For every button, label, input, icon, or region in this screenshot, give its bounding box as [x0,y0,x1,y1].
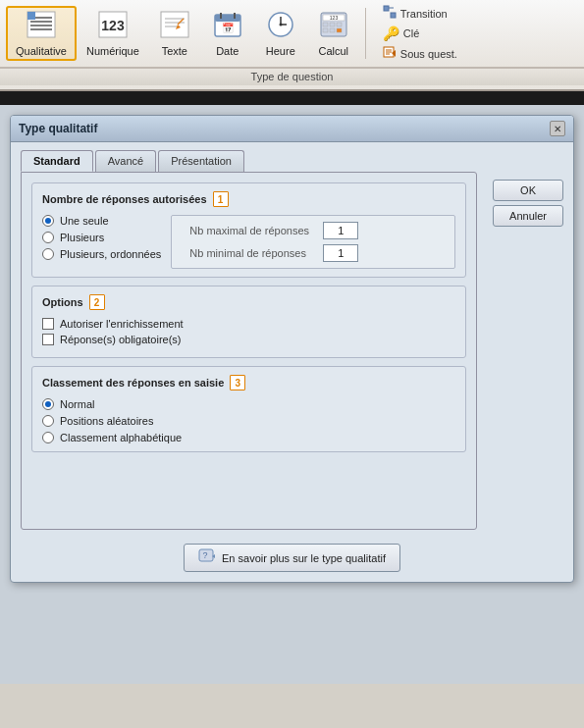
svg-rect-29 [323,28,328,32]
tab-avance[interactable]: Avancé [95,150,157,172]
tab-presentation[interactable]: Présentation [158,150,244,172]
classement-radio-group: Normal Positions aléatoires Classement a… [42,398,455,443]
svg-text:?: ? [203,550,208,560]
annuler-button[interactable]: Annuler [493,205,563,227]
question-type-group: Qualitative 123 Numérique [6,4,359,63]
section-options-badge: 2 [89,294,105,310]
number-fields: Nb maximal de réponses Nb minimal de rép… [189,222,447,262]
radio-alphabetique[interactable]: Classement alphabétique [42,432,455,443]
transition-label: Transition [400,8,448,20]
tab-bar: Standard Avancé Présentation [21,150,477,172]
dialog-close-button[interactable]: ✕ [550,121,565,136]
toolbar-item-date[interactable]: 📅 Date [202,6,253,61]
numerique-label: Numérique [86,45,139,57]
ok-button[interactable]: OK [493,180,563,201]
radio-une-seule[interactable]: Une seule [42,215,161,227]
reponses-radio-group: Une seule Plusieurs Plusie [42,215,161,269]
radio-plusieurs-ord[interactable]: Plusieurs, ordonnées [42,248,161,260]
toolbar-separator [365,8,366,59]
toolbar-item-qualitative[interactable]: Qualitative [6,6,77,61]
toolbar-item-numerique[interactable]: 123 Numérique [79,6,147,61]
cle-item[interactable]: 🔑 Clé [380,25,460,42]
black-bar [0,91,584,105]
calcul-label: Calcul [319,45,349,57]
svg-rect-28 [337,23,342,26]
section-classement-header: Classement des réponses en saisie 3 [42,375,455,390]
section-classement-badge: 3 [230,375,245,390]
sous-quest-icon [383,45,397,62]
section-reponses-content: Une seule Plusieurs Plusie [42,215,455,269]
dialog: Type qualitatif ✕ Standard Avancé [10,115,574,583]
heure-icon [266,11,295,42]
svg-rect-15 [215,15,240,22]
sous-quest-label: Sous quest. [400,48,457,60]
section-classement-title: Classement des réponses en saisie [42,377,224,389]
toolbar-group-label: Type de question [0,69,584,85]
cle-icon: 🔑 [383,26,399,41]
section-reponses-badge: 1 [213,191,229,207]
toolbar-item-calcul[interactable]: 123 Calcul [308,6,359,61]
footer-help-button[interactable]: ? En savoir plus sur le type qualitatif [184,544,400,572]
nb-max-label: Nb maximal de réponses [189,225,317,236]
radio-une-seule-input[interactable] [42,215,54,227]
section-options-title: Options [42,296,83,308]
section-options: Options 2 Autoriser l'enrichissement [31,286,466,358]
field-nb-max: Nb maximal de réponses [189,222,447,239]
qualitative-icon [27,11,56,42]
toolbar-wrapper: Qualitative 123 Numérique [0,0,584,91]
qualitative-label: Qualitative [16,45,67,57]
radio-plusieurs-ord-input[interactable] [42,248,54,260]
radio-alphabetique-input[interactable] [42,432,54,443]
svg-rect-32 [384,6,389,11]
checkbox-obligatoire-input[interactable] [42,334,54,345]
nb-min-label: Nb minimal de réponses [189,247,317,259]
dialog-title: Type qualitatif [19,122,97,135]
tabs-and-content: Standard Avancé Présentation [21,150,477,530]
footer-help-icon: ? [198,548,216,567]
toolbar-item-heure[interactable]: Heure [255,6,306,61]
transition-item[interactable]: Transition [380,4,460,23]
footer-help-label: En savoir plus sur le type qualitatif [222,552,386,564]
section-reponses-title: Nombre de réponses autorisées [42,193,207,205]
svg-rect-5 [27,12,35,20]
tab-standard[interactable]: Standard [21,150,93,172]
date-label: Date [216,45,239,57]
svg-rect-31 [337,28,342,32]
close-icon: ✕ [554,124,561,134]
svg-rect-27 [330,23,335,26]
section-reponses: Nombre de réponses autorisées 1 Une seul… [31,182,466,278]
radio-plusieurs-input[interactable] [42,232,54,243]
radio-group-reponses: Une seule Plusieurs Plusie [42,215,161,260]
section-options-header: Options 2 [42,294,455,310]
svg-text:123: 123 [101,18,125,33]
nb-max-input[interactable] [323,222,358,239]
toolbar-right: Transition 🔑 Clé Sous quest. [372,4,460,63]
nb-min-input[interactable] [323,244,358,262]
toolbar: Qualitative 123 Numérique [0,0,584,69]
date-icon: 📅 [213,11,242,42]
texte-label: Texte [162,45,187,57]
transition-icon [383,5,397,22]
heure-label: Heure [266,45,295,57]
checkbox-enrichissement[interactable]: Autoriser l'enrichissement [42,318,455,330]
numerique-icon: 123 [98,11,128,42]
dialog-backdrop: Type qualitatif ✕ Standard Avancé [0,105,584,684]
radio-plusieurs[interactable]: Plusieurs [42,232,161,243]
section-classement: Classement des réponses en saisie 3 Norm… [31,366,466,452]
svg-rect-26 [323,23,328,26]
number-fields-col: Nb maximal de réponses Nb minimal de rép… [171,215,455,269]
dialog-titlebar: Type qualitatif ✕ [11,116,573,142]
radio-normal[interactable]: Normal [42,398,455,410]
toolbar-item-texte[interactable]: Texte [149,6,200,61]
dialog-body: Standard Avancé Présentation [11,142,573,538]
sous-quest-item[interactable]: Sous quest. [380,44,460,63]
dialog-footer: ? En savoir plus sur le type qualitatif [11,538,573,582]
checkbox-obligatoire[interactable]: Réponse(s) obligatoire(s) [42,334,455,345]
options-checkboxes: Autoriser l'enrichissement Réponse(s) ob… [42,318,455,345]
svg-text:123: 123 [330,15,339,21]
radio-aleatoires-input[interactable] [42,415,54,427]
calcul-icon: 123 [319,11,348,42]
checkbox-enrichissement-input[interactable] [42,318,54,330]
radio-aleatoires[interactable]: Positions aléatoires [42,415,455,427]
radio-normal-input[interactable] [42,398,54,410]
